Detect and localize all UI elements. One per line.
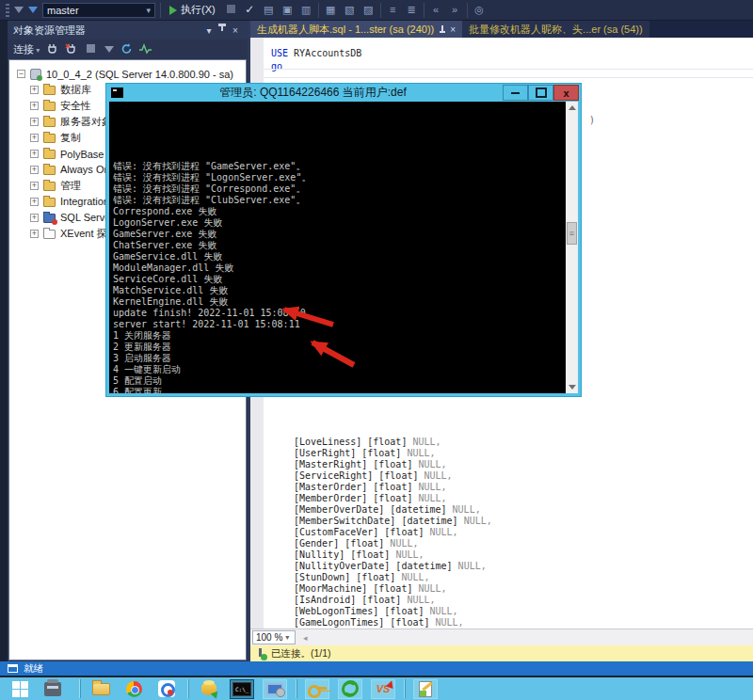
netdisk-icon[interactable] — [154, 679, 179, 699]
notepad-plus-plus-icon[interactable] — [413, 679, 438, 699]
folder-icon — [43, 102, 56, 111]
activity-monitor-icon[interactable] — [139, 43, 152, 55]
console-scrollbar[interactable] — [566, 102, 578, 393]
connect-plug-icon[interactable] — [46, 43, 58, 55]
tab-inactive[interactable]: 批量修改机器人昵称、头...er (sa (54)) — [462, 21, 649, 38]
comment-icon[interactable] — [386, 3, 400, 17]
zoom-combo[interactable]: 100 % — [252, 630, 296, 644]
expand-icon[interactable] — [30, 118, 39, 126]
expand-icon[interactable] — [30, 134, 39, 142]
close-button[interactable]: x — [553, 85, 579, 101]
snippets-icon[interactable] — [343, 3, 357, 17]
minimize-button[interactable] — [503, 85, 528, 101]
indent-decrease-icon[interactable] — [429, 3, 443, 17]
console-line: 5 配置启动 — [113, 375, 311, 387]
console-line: 3 启动服务器 — [113, 353, 311, 364]
refresh-icon[interactable] — [120, 43, 133, 55]
connect-menu[interactable]: 连接 — [13, 42, 40, 56]
server-manager-icon[interactable] — [40, 679, 65, 699]
ready-text: 就绪 — [24, 662, 43, 676]
tab-pin-icon[interactable] — [439, 25, 445, 34]
maximize-button[interactable] — [528, 85, 553, 101]
expand-icon[interactable] — [30, 214, 39, 222]
console-line: LogonServer.exe 失败 — [113, 217, 311, 229]
scroll-down-icon[interactable] — [566, 381, 578, 393]
sql-line: [NullityOverDate] [datetime] NULL, — [294, 561, 492, 572]
filter-gray-icon[interactable] — [14, 7, 24, 13]
expand-icon[interactable] — [30, 230, 39, 238]
ssms-icon[interactable] — [197, 679, 221, 699]
chrome-icon[interactable] — [121, 679, 146, 699]
vs-flame-icon[interactable]: VS — [371, 679, 395, 699]
folder-icon — [43, 198, 56, 207]
sql-line: [ServiceRight] [float] NULL, — [294, 470, 492, 482]
expand-icon[interactable] — [30, 150, 39, 158]
disconnect-plug-icon[interactable] — [65, 43, 77, 55]
surround-icon[interactable] — [361, 3, 376, 17]
console-line: KernelEngine.dll 失败 — [113, 296, 311, 308]
desktop: master 执行(X) ✓ 对象资源管理器 ▾ × — [0, 0, 753, 700]
remote-desktop-icon[interactable] — [263, 679, 287, 699]
sql-line: [MoorMachine] [float] NULL, — [294, 583, 492, 595]
expand-icon[interactable] — [30, 198, 39, 206]
pin-icon[interactable] — [216, 24, 229, 37]
stop-icon[interactable] — [224, 3, 238, 17]
indent-increase-icon[interactable] — [448, 3, 462, 17]
sql-line: [MemberSwitchDate] [datetime] NULL, — [294, 516, 492, 527]
expand-icon[interactable] — [30, 102, 39, 110]
console-line: GameServer.exe 失败 — [113, 229, 311, 240]
execute-button[interactable]: 执行(X) — [166, 2, 219, 19]
object-explorer-toolbar: 连接 — [8, 40, 248, 58]
editor-hscroll-row: 100 % ◂ — [250, 628, 753, 645]
close-icon[interactable]: × — [229, 25, 242, 36]
results-grid-icon[interactable] — [299, 3, 313, 17]
console-titlebar[interactable]: 管理员: QQ1164226466 当前用户:def x — [106, 84, 581, 102]
console-line: ServiceCore.dll 失败 — [113, 274, 311, 285]
tree-server-node[interactable]: 10_0_4_2 (SQL Server 14.0.800.90 - sa) — [9, 66, 246, 82]
expand-icon[interactable] — [30, 86, 39, 94]
toolbar-grip[interactable] — [6, 4, 9, 17]
scroll-up-icon[interactable] — [566, 102, 578, 114]
filter-blue-icon[interactable] — [28, 7, 38, 13]
folder-icon — [43, 118, 56, 127]
tab-active[interactable]: 生成机器人脚本.sql - 1...ster (sa (240)) × — [250, 21, 462, 38]
console-line: 6 配置更新 — [113, 387, 311, 393]
expand-icon[interactable] — [30, 166, 39, 174]
file-explorer-icon[interactable] — [88, 679, 113, 699]
cmd-taskbar-icon[interactable]: C:\_ — [230, 679, 254, 699]
play-icon — [169, 6, 177, 15]
server-icon — [30, 69, 41, 80]
console-line: 1 关闭服务器 — [113, 330, 311, 342]
hscroll-left-arrow[interactable]: ◂ — [303, 633, 308, 643]
console-line: 错误: 没有找到进程 "ClubServer.exe"。 — [113, 195, 311, 206]
collapse-icon[interactable] — [17, 70, 25, 78]
console-line: server start! 2022-11-01 15:08:11 — [113, 319, 311, 330]
connection-status-text: 已连接。(1/1) — [271, 647, 331, 660]
uncomment-icon[interactable] — [405, 3, 419, 17]
sync-tool-icon[interactable] — [338, 679, 362, 699]
oe-filter-icon[interactable] — [104, 46, 114, 53]
start-button[interactable] — [8, 679, 32, 699]
debug-icon[interactable] — [473, 3, 487, 17]
console-body[interactable]: 错误: 没有找到进程 "GameServer.exe"。错误: 没有找到进程 "… — [109, 102, 578, 393]
folder-icon — [43, 214, 56, 223]
expand-icon[interactable] — [30, 182, 39, 190]
parse-check-icon[interactable]: ✓ — [243, 3, 257, 17]
cmd-icon — [111, 88, 123, 98]
window-position-icon[interactable]: ▾ — [202, 25, 216, 36]
query-options-icon[interactable] — [262, 3, 276, 17]
sql-line: [UserRight] [float] NULL, — [294, 448, 492, 459]
database-combo[interactable]: master — [42, 3, 155, 18]
results-file-icon[interactable] — [324, 3, 338, 17]
sql-line: [Gender] [float] NULL, — [294, 538, 492, 549]
scroll-thumb[interactable] — [567, 222, 577, 245]
app-statusbar: 就绪 — [0, 661, 753, 676]
object-explorer-titlebar[interactable]: 对象资源管理器 ▾ × — [8, 21, 248, 40]
oe-stop-icon[interactable] — [84, 42, 98, 56]
console-line: ModuleManager.dll 失败 — [113, 262, 311, 274]
results-text-icon[interactable] — [280, 3, 295, 17]
ready-window-icon — [8, 664, 18, 673]
key-tool-icon[interactable] — [305, 679, 329, 699]
tab-close-icon[interactable]: × — [450, 24, 456, 35]
sql-line: [StunDown] [float] NULL, — [294, 572, 492, 583]
